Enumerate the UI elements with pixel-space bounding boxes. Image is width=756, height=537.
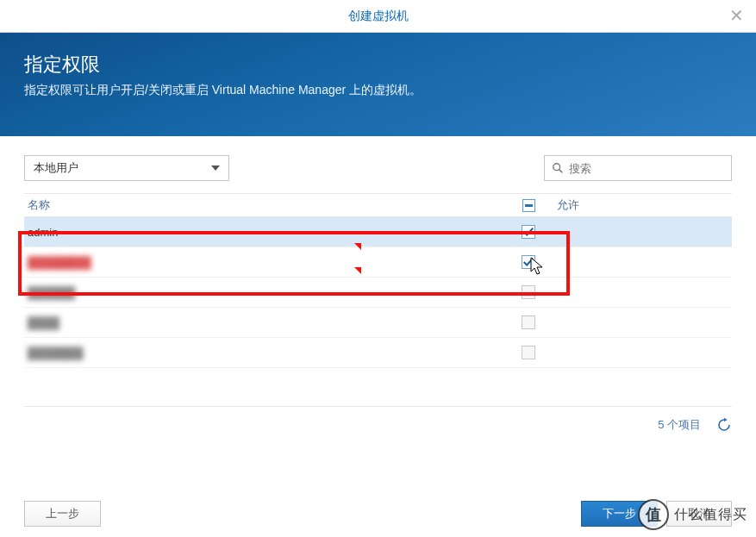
page-subtitle: 指定权限可让用户开启/关闭或重启 Virtual Machine Manager… [24,83,732,98]
column-header-allow[interactable]: 允许 [550,197,732,213]
permissions-table: 名称 允许 admin ████████ [24,193,732,433]
search-icon [552,162,564,174]
allow-checkbox[interactable] [522,346,535,359]
allow-checkbox[interactable] [522,255,535,269]
user-name-cell: ███████ [28,347,83,359]
table-footer: 5 个项目 [24,406,732,433]
allow-checkbox[interactable] [522,285,535,299]
annotation-marker [354,243,361,250]
user-name-cell: ████ [28,316,59,329]
toolbar: 本地用户 [24,155,732,181]
column-header-checkbox[interactable] [507,199,550,212]
content-area: 本地用户 名称 允许 admin [0,136,756,433]
chevron-down-icon [211,165,220,171]
table-header: 名称 允许 [24,193,732,217]
table-row[interactable]: admin [24,217,732,247]
table-row[interactable]: ███████ [24,338,732,368]
refresh-icon[interactable] [716,417,732,433]
user-scope-dropdown[interactable]: 本地用户 [24,155,229,181]
user-name-cell: admin [24,226,507,239]
back-button[interactable]: 上一步 [24,501,101,527]
search-box[interactable] [544,155,732,181]
table-row[interactable]: ████████ [24,247,732,278]
svg-point-0 [553,164,560,171]
svg-line-1 [559,170,563,173]
item-count: 5 个项目 [658,417,701,433]
search-input[interactable] [569,162,724,175]
table-row[interactable]: ██████ [24,278,732,308]
titlebar: 创建虚拟机 ✕ [0,0,756,33]
allow-checkbox[interactable] [522,315,535,329]
footer-buttons: 上一步 下一步 取消 [24,501,732,527]
window-title: 创建虚拟机 [348,9,409,24]
cancel-button[interactable]: 取消 [666,501,732,527]
hero-banner: 指定权限 指定权限可让用户开启/关闭或重启 Virtual Machine Ma… [0,33,756,136]
next-button[interactable]: 下一步 [581,501,658,527]
annotation-marker [354,267,361,274]
partial-check-icon[interactable] [522,199,535,212]
column-header-name[interactable]: 名称 [24,197,507,213]
table-row[interactable]: ████ [24,308,732,338]
user-name-cell: ██████ [28,286,75,299]
dropdown-value: 本地用户 [34,160,78,176]
user-name-cell: ████████ [28,256,91,269]
allow-checkbox[interactable] [522,225,535,239]
page-title: 指定权限 [24,52,732,78]
close-icon[interactable]: ✕ [729,7,744,24]
